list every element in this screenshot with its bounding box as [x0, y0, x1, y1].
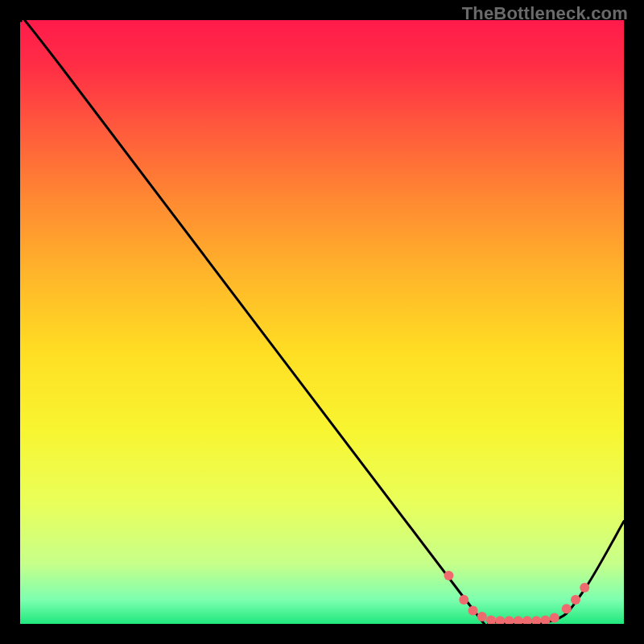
- highlight-dot: [469, 606, 478, 616]
- highlight-dot: [550, 613, 559, 623]
- highlight-dot: [580, 583, 589, 592]
- highlight-dot: [444, 571, 454, 580]
- highlight-dot: [571, 595, 580, 605]
- chart-frame: TheBottleneck.com: [0, 0, 644, 644]
- highlight-dot: [477, 612, 487, 621]
- gradient-background: [20, 20, 624, 624]
- chart-svg: [20, 20, 624, 624]
- plot-area: [20, 20, 624, 624]
- highlight-dot: [459, 595, 469, 605]
- highlight-dot: [562, 604, 572, 613]
